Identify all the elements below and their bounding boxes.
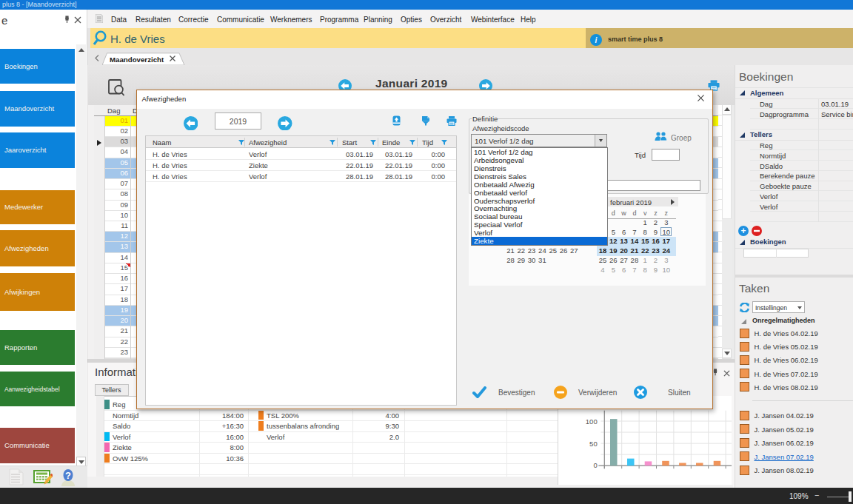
svg-text:0: 0 [593,461,597,469]
svg-text:100: 100 [586,417,598,426]
svg-text:50: 50 [589,440,598,448]
svg-text:?: ? [65,470,71,481]
